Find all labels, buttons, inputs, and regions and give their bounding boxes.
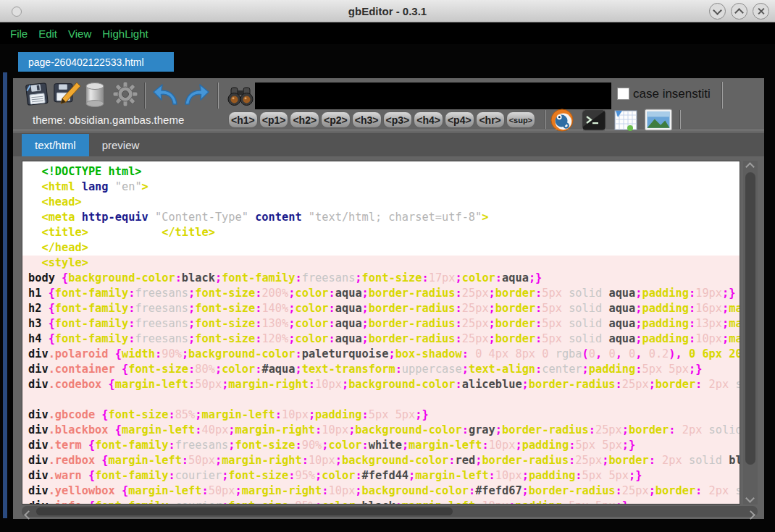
shade-window-button[interactable] bbox=[709, 3, 726, 20]
window-title: gbEditor - 0.3.1 bbox=[0, 5, 775, 17]
tag-button[interactable]: <p1> bbox=[259, 111, 289, 128]
toolbar-separator bbox=[218, 83, 219, 109]
find-button[interactable] bbox=[225, 85, 256, 106]
undo-icon bbox=[151, 83, 179, 106]
code-line: </head> bbox=[28, 240, 740, 256]
image-viewer-button[interactable] bbox=[643, 109, 674, 131]
tag-button[interactable]: <p3> bbox=[383, 111, 413, 128]
case-insensitive-checkbox[interactable] bbox=[617, 88, 629, 100]
code-line: <style> bbox=[28, 256, 740, 271]
settings-button[interactable] bbox=[112, 80, 139, 109]
code-line: div.codebox {margin-left:50px;margin-rig… bbox=[28, 377, 740, 392]
undo-button[interactable] bbox=[151, 83, 180, 106]
tag-button[interactable]: <p2> bbox=[321, 111, 351, 128]
grid-table-icon bbox=[613, 109, 638, 131]
menu-item[interactable]: HighLight bbox=[102, 28, 148, 40]
horizontal-scroll-thumb[interactable] bbox=[36, 507, 453, 515]
tag-button[interactable]: <h3> bbox=[352, 111, 382, 128]
maximize-window-button[interactable] bbox=[731, 3, 747, 20]
terminal-button[interactable] bbox=[581, 109, 607, 131]
code-line: div.gbcode {font-size:85%;margin-left:10… bbox=[28, 408, 740, 423]
menu-item[interactable]: File bbox=[10, 28, 28, 40]
code-line: div.yellowbox {margin-left:50px;margin-r… bbox=[28, 484, 740, 499]
code-line: div.container {font-size:80%;color:#aqua… bbox=[28, 362, 740, 377]
code-line: div.warn {font-family:courier;font-size:… bbox=[28, 468, 740, 484]
scroll-left-arrow[interactable] bbox=[25, 508, 32, 521]
chevron-up-icon bbox=[734, 8, 744, 17]
horizontal-scrollbar[interactable] bbox=[22, 506, 758, 517]
code-line: <html lang "en"> bbox=[28, 180, 740, 195]
tab-preview[interactable]: preview bbox=[89, 134, 153, 156]
tab-text-html[interactable]: text/html bbox=[22, 134, 89, 156]
scroll-up-arrow[interactable] bbox=[747, 164, 753, 170]
image-viewer-icon bbox=[644, 109, 673, 131]
vertical-scroll-thumb[interactable] bbox=[745, 172, 755, 465]
code-html-zone: <!DOCTYPE html> <html lang "en"> <head> … bbox=[22, 161, 740, 256]
code-line: <meta http-equiv "Content-Type" content … bbox=[28, 210, 740, 225]
code-line bbox=[28, 392, 740, 408]
toolbar-separator bbox=[722, 82, 723, 109]
code-line: h4 {font-family:freesans;font-size:120%;… bbox=[28, 332, 740, 347]
menu-item[interactable]: View bbox=[68, 28, 91, 40]
titlebar: gbEditor - 0.3.1 bbox=[0, 0, 775, 22]
menu-item[interactable]: Edit bbox=[38, 28, 57, 40]
toolbar-separator bbox=[145, 83, 146, 109]
code-line: <head> bbox=[28, 195, 740, 210]
code-line: <title> </title> bbox=[28, 225, 740, 240]
tag-button[interactable]: <p4> bbox=[445, 111, 474, 128]
main-panel: case insenstiti theme: obsidian.gambas.t… bbox=[13, 78, 764, 519]
redo-icon bbox=[183, 83, 211, 106]
tag-button[interactable]: <sup> bbox=[506, 111, 535, 128]
theme-label: theme: obsidian.gambas.theme bbox=[33, 114, 184, 126]
browser-chameleon-icon bbox=[550, 109, 574, 132]
close-icon bbox=[757, 7, 765, 15]
case-insensitive-label: case insenstiti bbox=[633, 87, 711, 101]
browser-button[interactable] bbox=[550, 109, 574, 132]
save-as-button[interactable] bbox=[52, 80, 81, 108]
save-button[interactable] bbox=[25, 81, 49, 109]
terminal-icon bbox=[582, 109, 606, 131]
window-controls bbox=[709, 3, 769, 20]
code-line: div.redbox {margin-left:50px;margin-righ… bbox=[28, 453, 740, 468]
code-line: h1 {font-family:freesans;font-size:200%;… bbox=[28, 286, 740, 301]
save-icon bbox=[24, 81, 49, 108]
file-tab-label: page-260402122533.html bbox=[28, 56, 144, 68]
toolbar-separator bbox=[680, 110, 681, 129]
file-tab[interactable]: page-260402122533.html bbox=[18, 52, 174, 72]
code-line: div.info {font-family:courier;font-size:… bbox=[28, 499, 740, 504]
code-line: h3 {font-family:freesans;font-size:130%;… bbox=[28, 316, 740, 332]
search-input[interactable] bbox=[255, 83, 611, 109]
code-line: h2 {font-family:freesans;font-size:140%;… bbox=[28, 301, 740, 316]
save-edit-icon bbox=[53, 81, 80, 107]
code-line: div.term {font-family:freesans;font-size… bbox=[28, 438, 740, 453]
search-binoculars-icon bbox=[226, 85, 255, 106]
app-icon bbox=[12, 7, 22, 17]
code-line: div.polaroid {width:90%;background-color… bbox=[28, 347, 740, 362]
clear-icon bbox=[85, 82, 105, 108]
clear-button[interactable] bbox=[84, 81, 106, 109]
code-line: div.blackbox {margin-left:40px;margin-ri… bbox=[28, 423, 740, 438]
settings-gear-icon bbox=[112, 80, 138, 108]
tab-label: text/html bbox=[35, 139, 76, 151]
scroll-right-arrow[interactable] bbox=[747, 508, 754, 521]
chevron-down-icon bbox=[713, 6, 722, 15]
redo-button[interactable] bbox=[183, 83, 211, 106]
toolbar-separator bbox=[545, 110, 546, 129]
code-editor[interactable]: <!DOCTYPE html> <html lang "en"> <head> … bbox=[22, 161, 740, 504]
window-edge-strip bbox=[3, 72, 7, 518]
close-window-button[interactable] bbox=[753, 3, 769, 20]
tag-button[interactable]: <h2> bbox=[290, 111, 319, 128]
tab-label: preview bbox=[102, 139, 140, 151]
code-css-zone: <style>body {background-color:black;font… bbox=[22, 256, 740, 504]
code-line: <!DOCTYPE html> bbox=[28, 164, 740, 180]
tag-button[interactable]: <h1> bbox=[228, 111, 258, 128]
view-tabstrip: text/html preview bbox=[13, 132, 764, 156]
code-line: body {background-color:black;font-family… bbox=[28, 271, 740, 286]
scroll-down-arrow[interactable] bbox=[747, 495, 753, 502]
tag-button[interactable]: <hr> bbox=[476, 111, 505, 128]
tag-button[interactable]: <h4> bbox=[414, 111, 443, 128]
grid-tool-button[interactable] bbox=[613, 109, 639, 131]
tag-buttons: <h1><p1><h2><p2><h3><p3><h4><p4><hr><sup… bbox=[228, 111, 535, 128]
vertical-scrollbar[interactable] bbox=[743, 161, 758, 504]
menubar: FileEditViewHighLight bbox=[0, 22, 775, 44]
